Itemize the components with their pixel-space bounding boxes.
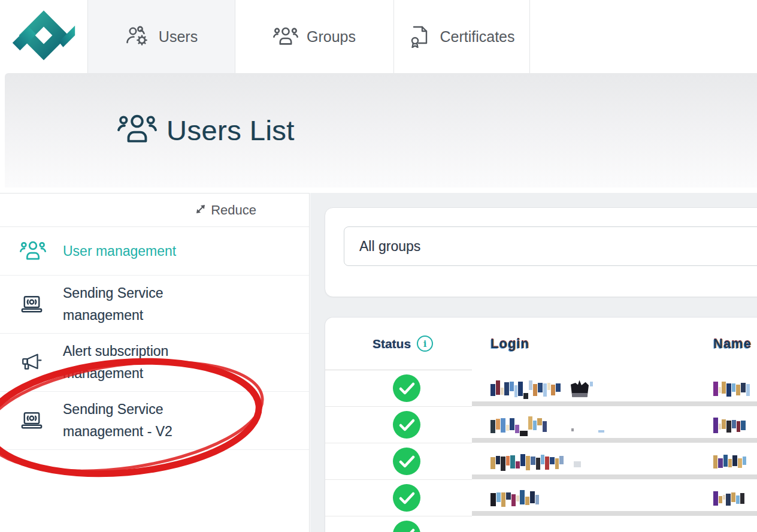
certificate-icon (408, 25, 431, 48)
sidebar-item-sending-service-management[interactable]: Sending Service management (0, 276, 309, 334)
sidebar-navigation: Reduce User management (0, 193, 310, 532)
redacted-text-mosaic (490, 491, 540, 506)
reduce-label: Reduce (211, 202, 256, 218)
top-navigation-bar: Users Groups (0, 0, 757, 73)
status-header-label: Status (373, 337, 411, 351)
users-gear-icon (125, 26, 150, 47)
sidebar-item-label: Sending Service management (63, 282, 237, 327)
diamond-logo-icon (11, 7, 76, 66)
table-row[interactable] (325, 516, 757, 532)
redaction-band (472, 438, 757, 443)
app-logo[interactable] (0, 0, 87, 73)
app-window: Users Groups (0, 0, 757, 532)
group-filter-selected-value: All groups (359, 238, 420, 255)
redacted-text-mosaic (490, 380, 594, 397)
redacted-column-headers: Login Name (472, 318, 757, 370)
redaction-band (472, 401, 757, 406)
redaction-band (472, 474, 757, 479)
status-cell (325, 370, 472, 407)
status-ok-badge (393, 521, 420, 532)
status-cell (325, 516, 472, 532)
main-content: All groups Status i Login Name (310, 193, 757, 532)
megaphone-icon (20, 352, 63, 373)
redacted-text-mosaic (713, 382, 750, 396)
info-icon[interactable]: i (417, 335, 433, 352)
redaction-band (472, 511, 757, 516)
dark-crown-icon (571, 380, 589, 397)
status-ok-badge (393, 374, 420, 402)
tab-certificates[interactable]: Certificates (393, 0, 530, 73)
page-title: Users List (166, 114, 295, 147)
tab-users[interactable]: Users (87, 0, 235, 73)
redacted-text-mosaic (713, 418, 746, 433)
users-table-header: Status i Login Name (325, 318, 757, 370)
table-row[interactable] (325, 443, 757, 480)
sidebar-item-label: Sending Service management - V2 (63, 398, 237, 443)
status-ok-badge (393, 411, 420, 439)
tab-certificates-label: Certificates (440, 28, 514, 46)
table-row[interactable] (325, 407, 757, 443)
redacted-text-mosaic (490, 455, 582, 469)
users-table-body (325, 370, 757, 532)
table-row[interactable] (325, 370, 757, 407)
sidebar-item-label: User management (63, 240, 237, 262)
status-cell (325, 480, 472, 516)
tab-groups[interactable]: Groups (235, 0, 393, 73)
reduce-sidebar-button[interactable]: Reduce (0, 194, 309, 227)
status-cell (325, 407, 472, 443)
redacted-cells (472, 443, 757, 480)
table-row[interactable] (325, 480, 757, 516)
redacted-cells (472, 480, 757, 516)
tab-groups-label: Groups (307, 28, 356, 46)
sidebar-item-alert-subscription-management[interactable]: Alert subscription management (0, 334, 309, 392)
redacted-cells (472, 407, 757, 443)
sidebar-item-sending-service-management-v2[interactable]: Sending Service management - V2 (0, 392, 309, 450)
redacted-text-mosaic (490, 418, 605, 433)
sidebar-item-user-management[interactable]: User management (0, 227, 309, 276)
redacted-cells (472, 516, 757, 532)
collapse-arrows-icon (194, 202, 207, 218)
login-column-header: Login (490, 336, 529, 352)
status-column-header: Status i (325, 318, 472, 370)
page-header: Users List (5, 73, 757, 188)
name-column-header: Name (713, 336, 752, 352)
status-ok-badge (393, 484, 420, 512)
laptop-icon (20, 411, 63, 430)
users-icon (117, 113, 157, 148)
redacted-text-mosaic (713, 455, 747, 468)
group-filter-select[interactable]: All groups (344, 226, 757, 266)
laptop-icon (20, 295, 63, 314)
tab-users-label: Users (159, 28, 198, 46)
redacted-cells (472, 370, 757, 407)
status-cell (325, 443, 472, 480)
sidebar-item-label: Alert subscription management (63, 340, 237, 385)
redacted-text-mosaic (713, 491, 745, 506)
group-filter-card: All groups (325, 207, 757, 297)
users-icon (273, 26, 298, 47)
users-table-card: Status i Login Name (325, 317, 757, 532)
users-icon (20, 240, 63, 262)
status-ok-badge (393, 448, 420, 475)
